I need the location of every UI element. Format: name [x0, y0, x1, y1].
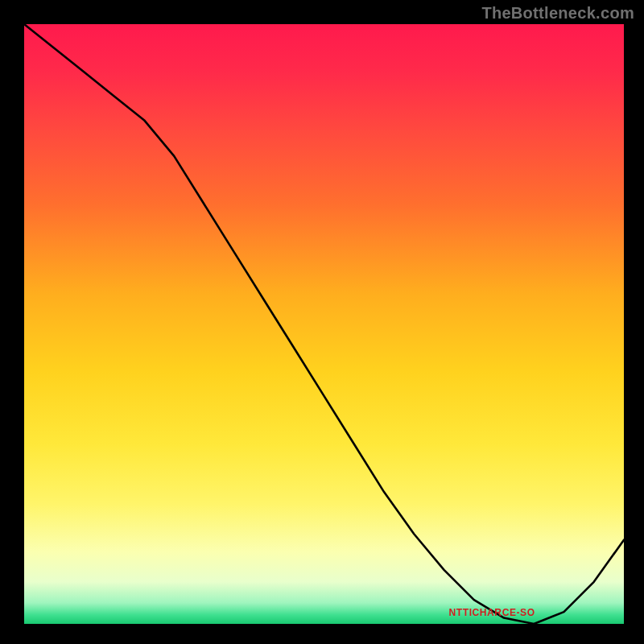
watermark-text: TheBottleneck.com: [481, 4, 634, 23]
plot-background: [24, 24, 624, 624]
bottleneck-chart: NTTICHARCE-SO: [0, 0, 644, 644]
chart-annotation: NTTICHARCE-SO: [449, 607, 535, 618]
